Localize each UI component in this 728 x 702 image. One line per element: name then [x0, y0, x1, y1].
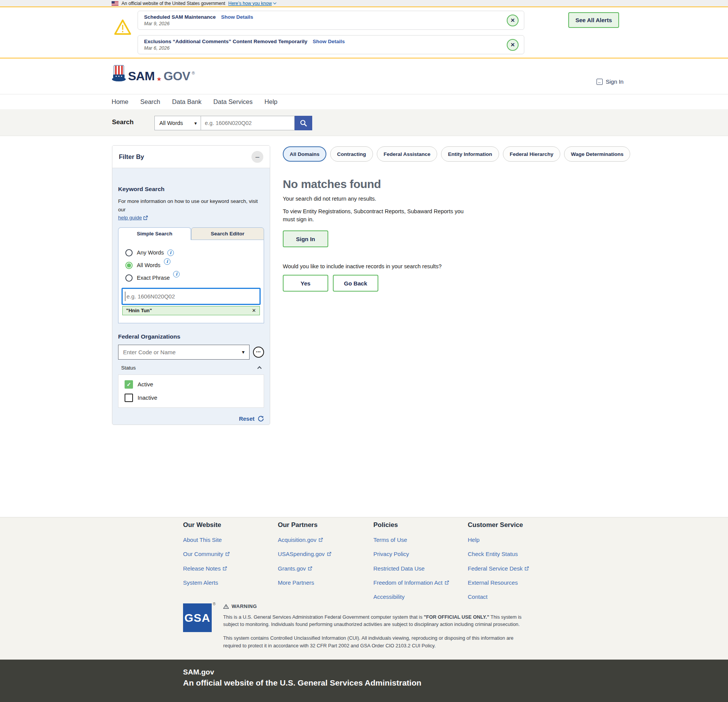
domain-pill-entity-information[interactable]: Entity Information — [441, 146, 499, 162]
domain-pill-contracting[interactable]: Contracting — [330, 146, 373, 162]
reset-link[interactable]: Reset — [239, 415, 255, 422]
footer-link[interactable]: Freedom of Information Act — [373, 579, 449, 586]
alerts-section: Scheduled SAM Maintenance Show Details M… — [0, 8, 728, 58]
checkbox-label: Inactive — [138, 394, 157, 401]
external-link-icon — [327, 552, 331, 556]
footer-link[interactable]: Release Notes — [183, 565, 230, 572]
domain-pill-all-domains[interactable]: All Domains — [283, 146, 326, 162]
close-icon[interactable]: ✕ — [507, 39, 519, 51]
footer-link[interactable]: About This Site — [183, 537, 230, 543]
info-icon[interactable]: i — [173, 271, 180, 277]
footer-link[interactable]: Contact — [468, 593, 529, 600]
filter-by-title: Filter By — [119, 153, 144, 161]
show-details-link[interactable]: Show Details — [221, 14, 253, 20]
sign-in-icon: ← — [597, 79, 603, 85]
filter-panel: Filter By – Keyword Search For more info… — [112, 145, 270, 425]
search-icon — [300, 119, 307, 127]
reset-refresh-icon[interactable] — [258, 415, 264, 422]
footer-link[interactable]: Federal Service Desk — [468, 565, 529, 572]
footer-link[interactable]: Accessibility — [373, 593, 449, 600]
no-results-text: Your search did not return any results. — [283, 196, 606, 202]
go-back-button[interactable]: Go Back — [333, 275, 378, 292]
footer-link[interactable]: Check Entity Status — [468, 551, 529, 557]
sign-in-link[interactable]: ← Sign In — [597, 78, 624, 85]
footer-link[interactable]: System Alerts — [183, 579, 230, 586]
inactive-checkbox[interactable] — [125, 394, 133, 402]
us-flag-icon — [112, 1, 118, 6]
warning-block: WARNING This is a U.S. General Services … — [223, 603, 525, 649]
ellipsis-icon: ••• — [256, 350, 261, 354]
federal-organizations-heading: Federal Organizations — [118, 333, 264, 340]
caret-down-icon: ▾ — [242, 349, 245, 355]
info-icon[interactable]: i — [167, 250, 174, 256]
alert-title: Exclusions “Additional Comments” Content… — [144, 39, 307, 44]
minus-icon: – — [255, 153, 259, 161]
radio-exact-phrase[interactable] — [125, 274, 133, 282]
external-link-icon — [319, 538, 323, 542]
radio-all-words[interactable] — [125, 262, 133, 269]
nav-item-data-services[interactable]: Data Services — [213, 98, 253, 105]
sign-in-note: To view Entity Registrations, Subcontrac… — [283, 208, 476, 224]
nav-item-home[interactable]: Home — [112, 98, 128, 105]
info-icon[interactable]: i — [164, 258, 170, 265]
tab-simple-search[interactable]: Simple Search — [118, 227, 191, 240]
yes-button[interactable]: Yes — [283, 275, 328, 292]
simple-search-body: Any Words i All Words i Exact Phrase i — [118, 240, 264, 323]
footer-heading: Our Partners — [278, 521, 331, 529]
alert-title: Scheduled SAM Maintenance — [144, 14, 216, 20]
radio-label: Exact Phrase — [137, 275, 170, 281]
search-button[interactable] — [295, 116, 312, 130]
remove-tag-icon[interactable]: ✕ — [252, 308, 256, 313]
search-input[interactable] — [201, 116, 295, 130]
chevron-up-icon[interactable] — [257, 366, 261, 371]
sign-in-button[interactable]: Sign In — [283, 230, 328, 247]
more-options-button[interactable]: ••• — [253, 347, 264, 358]
checkbox-row-active[interactable]: ✓ Active — [125, 380, 258, 389]
close-icon[interactable]: ✕ — [507, 15, 519, 26]
caret-down-icon: ▾ — [194, 120, 197, 126]
keyword-tabs: Simple Search Search Editor — [118, 227, 264, 240]
footer-link[interactable]: Our Community — [183, 551, 230, 557]
logo-star-icon: ★ — [157, 76, 162, 82]
sam-gov-logo[interactable]: SAM ★ GOV ® — [111, 65, 195, 82]
footer-link[interactable]: Grants.gov — [278, 565, 331, 572]
gsa-warning-row: GSA ® WARNING This is a U.S. General Ser… — [183, 603, 525, 649]
collapse-filters-button[interactable]: – — [251, 151, 263, 163]
footer-link[interactable]: Terms of Use — [373, 537, 449, 543]
how-you-know-link[interactable]: Here’s how you know — [228, 1, 276, 6]
gov-banner-text: An official website of the United States… — [122, 1, 225, 6]
nav-item-search[interactable]: Search — [140, 98, 160, 105]
active-checkbox[interactable]: ✓ — [125, 380, 133, 389]
keyword-tag: "Hnin Tun" ✕ — [122, 306, 260, 315]
footer-link[interactable]: More Partners — [278, 579, 331, 586]
checkbox-row-inactive[interactable]: Inactive — [125, 394, 258, 402]
help-guide-link[interactable]: help guide — [118, 214, 148, 222]
chevron-down-icon — [273, 1, 276, 4]
footer-site-name: SAM.gov — [183, 668, 214, 676]
nav-item-help[interactable]: Help — [264, 98, 277, 105]
footer-link[interactable]: USASpending.gov — [278, 551, 331, 557]
nav-item-data-bank[interactable]: Data Bank — [172, 98, 201, 105]
radio-any-words[interactable] — [125, 249, 133, 256]
search-mode-dropdown[interactable]: All Words ▾ — [154, 116, 201, 130]
domain-pill-wage-determinations[interactable]: Wage Determinations — [564, 146, 631, 162]
search-band: Search All Words ▾ — [0, 109, 728, 136]
footer-link[interactable]: Restricted Data Use — [373, 565, 449, 572]
tab-search-editor[interactable]: Search Editor — [191, 227, 264, 240]
keyword-search-heading: Keyword Search — [118, 186, 264, 193]
show-details-link[interactable]: Show Details — [313, 39, 345, 44]
see-all-alerts-button[interactable]: See All Alerts — [568, 12, 619, 28]
footer-column-our-partners: Our Partners Acquisition.gov USASpending… — [278, 521, 331, 586]
gov-banner: An official website of the United States… — [0, 0, 728, 7]
alert-card: Exclusions “Additional Comments” Content… — [138, 35, 524, 54]
footer-link[interactable]: External Resources — [468, 579, 529, 586]
domain-pill-federal-hierarchy[interactable]: Federal Hierarchy — [503, 146, 560, 162]
check-icon: ✓ — [126, 381, 131, 387]
keyword-input[interactable] — [122, 288, 261, 305]
federal-org-dropdown[interactable]: Enter Code or Name ▾ — [118, 345, 250, 360]
footer-link[interactable]: Acquisition.gov — [278, 537, 331, 543]
footer-link[interactable]: Help — [468, 537, 529, 543]
domain-pill-federal-assistance[interactable]: Federal Assistance — [377, 146, 438, 162]
logo-registered-mark: ® — [192, 71, 195, 75]
footer-link[interactable]: Privacy Policy — [373, 551, 449, 557]
